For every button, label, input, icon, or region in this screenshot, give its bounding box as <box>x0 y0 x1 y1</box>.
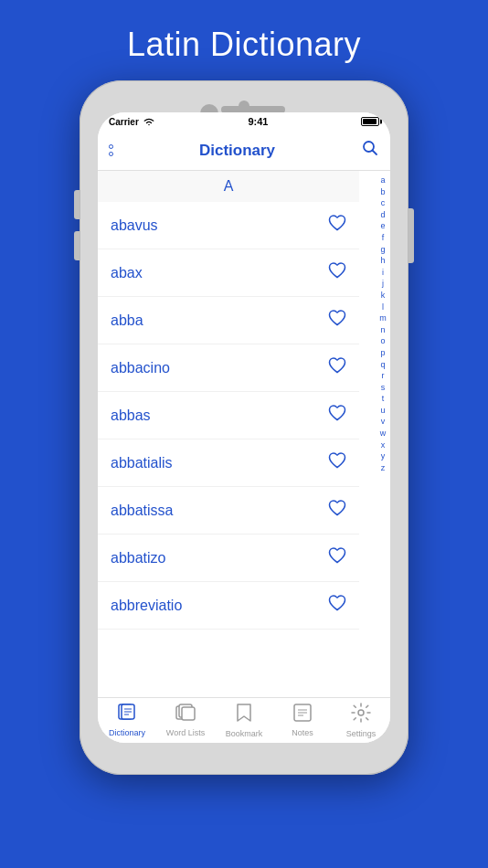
alpha-a[interactable]: a <box>380 175 385 186</box>
alpha-d[interactable]: d <box>380 209 385 221</box>
word-item-abba[interactable]: abba <box>98 297 359 344</box>
tab-bar: Dictionary Word Lists <box>98 697 390 743</box>
phone-frame: Carrier 9:41 <box>80 80 408 775</box>
svg-point-17 <box>358 710 364 715</box>
tab-bookmark[interactable]: Bookmark <box>215 703 273 738</box>
word-text: abbas <box>111 408 151 424</box>
alpha-e[interactable]: e <box>380 220 385 232</box>
alpha-w[interactable]: w <box>380 428 387 439</box>
alpha-y[interactable]: y <box>381 450 386 462</box>
word-item-abbatizo[interactable]: abbatizo <box>98 535 359 582</box>
power-button <box>408 208 414 263</box>
content-area: A abavus abax <box>98 171 390 697</box>
word-text: abavus <box>111 217 158 234</box>
alpha-c[interactable]: c <box>381 197 386 209</box>
more-options-button[interactable] <box>109 144 113 156</box>
svg-rect-12 <box>182 707 195 720</box>
alpha-i[interactable]: i <box>382 267 384 279</box>
alpha-f[interactable]: f <box>382 232 385 244</box>
tab-dictionary-label: Dictionary <box>109 728 145 737</box>
word-list: A abavus abax <box>98 171 376 697</box>
tab-wordlists-label: Word Lists <box>166 728 205 737</box>
status-left: Carrier <box>109 117 155 127</box>
status-right <box>361 117 379 126</box>
favorite-icon[interactable] <box>328 595 346 616</box>
svg-line-1 <box>372 151 377 155</box>
alpha-k[interactable]: k <box>381 290 386 302</box>
section-header-a: A <box>98 171 359 202</box>
favorite-icon[interactable] <box>328 547 346 568</box>
alpha-m[interactable]: m <box>379 312 387 324</box>
word-text: abax <box>111 265 143 281</box>
dot-2 <box>109 152 113 156</box>
alpha-p[interactable]: p <box>380 347 385 359</box>
volume-down-button <box>74 231 80 260</box>
wordlists-tab-icon <box>175 704 196 726</box>
word-text: abbatialis <box>111 455 173 471</box>
alpha-h[interactable]: h <box>380 255 385 267</box>
alpha-t[interactable]: t <box>382 393 385 405</box>
settings-tab-icon <box>351 703 371 727</box>
favorite-icon[interactable] <box>328 405 346 426</box>
volume-up-button <box>74 190 80 219</box>
word-text: abba <box>111 312 143 329</box>
notes-tab-icon <box>293 704 312 726</box>
app-title: Latin Dictionary <box>127 26 361 64</box>
alpha-b[interactable]: b <box>380 186 385 198</box>
alphabet-sidebar: a b c d e f g h i j k l m n o p q r s t <box>376 171 390 697</box>
alpha-u[interactable]: u <box>380 405 385 417</box>
alpha-o[interactable]: o <box>380 335 385 347</box>
alpha-v[interactable]: v <box>381 416 386 428</box>
word-item-abbas[interactable]: abbas <box>98 392 359 439</box>
favorite-icon[interactable] <box>328 452 346 473</box>
word-item-abax[interactable]: abax <box>98 249 359 297</box>
tab-dictionary[interactable]: Dictionary <box>98 704 156 737</box>
dot-1 <box>109 144 113 149</box>
word-item-abbatissa[interactable]: abbatissa <box>98 487 359 535</box>
alpha-g[interactable]: g <box>380 244 385 256</box>
word-text: abbatissa <box>111 503 174 519</box>
search-button[interactable] <box>361 139 379 162</box>
favorite-icon[interactable] <box>328 310 346 331</box>
alpha-j[interactable]: j <box>382 278 384 290</box>
word-text: abbatizo <box>111 550 166 566</box>
tab-notes-label: Notes <box>292 728 313 737</box>
word-item-abavus[interactable]: abavus <box>98 202 359 249</box>
word-text: abbacino <box>111 360 170 376</box>
favorite-icon[interactable] <box>328 262 346 283</box>
battery-icon <box>361 117 379 126</box>
phone-screen: Carrier 9:41 <box>98 112 390 743</box>
nav-title: Dictionary <box>199 142 275 160</box>
alpha-x[interactable]: x <box>381 439 386 451</box>
tab-settings[interactable]: Settings <box>332 703 390 738</box>
alpha-r[interactable]: r <box>382 370 385 382</box>
alpha-l[interactable]: l <box>382 302 384 313</box>
alpha-z[interactable]: z <box>381 462 386 474</box>
alpha-q[interactable]: q <box>380 359 385 371</box>
status-bar: Carrier 9:41 <box>98 112 390 131</box>
alpha-n[interactable]: n <box>380 324 385 336</box>
bookmark-tab-icon <box>236 703 252 727</box>
carrier-label: Carrier <box>109 117 139 127</box>
word-item-abbatialis[interactable]: abbatialis <box>98 439 359 487</box>
alpha-s[interactable]: s <box>381 382 386 394</box>
tab-wordlists[interactable]: Word Lists <box>156 704 215 737</box>
wifi-icon <box>143 117 155 126</box>
tab-settings-label: Settings <box>346 729 377 738</box>
favorite-icon[interactable] <box>328 215 346 236</box>
status-time: 9:41 <box>248 116 268 127</box>
favorite-icon[interactable] <box>328 500 346 521</box>
favorite-icon[interactable] <box>328 357 346 378</box>
word-item-abbacino[interactable]: abbacino <box>98 344 359 392</box>
tab-notes[interactable]: Notes <box>273 704 332 737</box>
navigation-bar: Dictionary <box>98 131 390 171</box>
word-text: abbreviatio <box>111 598 182 614</box>
dictionary-tab-icon <box>117 704 137 726</box>
tab-bookmark-label: Bookmark <box>226 729 263 738</box>
word-item-abbreviatio[interactable]: abbreviatio <box>98 582 359 630</box>
